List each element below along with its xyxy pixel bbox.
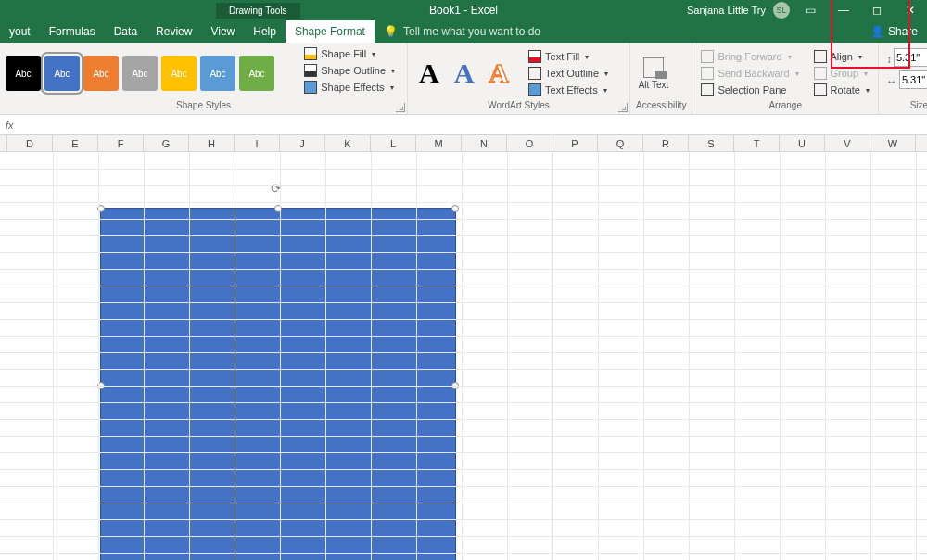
tab-view[interactable]: View — [201, 20, 244, 43]
group-button: Group▾ — [811, 66, 872, 81]
column-header[interactable]: O — [507, 135, 552, 151]
shape-width-input[interactable]: ▲▼ — [899, 70, 927, 89]
column-header[interactable]: T — [734, 135, 780, 151]
column-header[interactable]: E — [53, 135, 98, 151]
tab-help[interactable]: Help — [244, 20, 286, 43]
bring-forward-button: Bring Forward▾ — [698, 49, 801, 64]
text-outline-button[interactable]: Text Outline▾ — [526, 66, 611, 81]
column-headers: DEFGHIJKLMNOPQRSTUVW — [0, 135, 927, 152]
minimize-icon[interactable]: — — [831, 0, 857, 20]
tab-shape-format[interactable]: Shape Format — [286, 20, 375, 43]
shape-style-swatch[interactable]: Abc — [83, 56, 119, 91]
group-label-accessibility: Accessibility — [636, 100, 686, 112]
alt-text-button[interactable]: Alt Text — [636, 57, 671, 90]
text-outline-icon — [528, 67, 541, 80]
person-icon: 👤 — [870, 25, 884, 38]
selection-pane-button[interactable]: Selection Pane — [698, 83, 801, 97]
text-effects-button[interactable]: Text Effects▾ — [526, 83, 611, 97]
document-title: Book1 - Excel — [429, 4, 498, 17]
send-backward-icon — [701, 67, 714, 80]
shape-style-swatch[interactable]: Abc — [44, 56, 80, 91]
text-fill-icon — [528, 50, 541, 63]
column-header[interactable]: D — [7, 135, 53, 151]
cell-grid[interactable]: ⟳ — [0, 152, 927, 560]
column-header[interactable]: P — [552, 135, 598, 151]
user-avatar[interactable]: SL — [773, 2, 790, 19]
lightbulb-icon: 💡 — [384, 25, 398, 38]
tab-data[interactable]: Data — [105, 20, 146, 43]
column-header[interactable]: V — [825, 135, 870, 151]
tab-formulas[interactable]: Formulas — [40, 20, 105, 43]
column-header[interactable]: W — [870, 135, 916, 151]
column-header[interactable]: G — [144, 135, 189, 151]
group-icon — [814, 67, 827, 80]
group-label-shape-styles: Shape Styles — [6, 100, 401, 112]
column-header[interactable] — [0, 135, 7, 151]
bucket-icon — [304, 47, 317, 60]
column-header[interactable]: R — [643, 135, 689, 151]
text-effects-icon — [528, 83, 541, 96]
rotate-handle-icon[interactable]: ⟳ — [271, 181, 286, 196]
ribbon-tabs: yout Formulas Data Review View Help Shap… — [0, 20, 927, 43]
group-label-size: Size — [886, 100, 927, 112]
formula-bar[interactable]: fx — [0, 115, 927, 135]
column-header[interactable]: Q — [598, 135, 643, 151]
alt-text-icon — [643, 57, 664, 78]
wordart-style-1[interactable]: A — [413, 57, 445, 89]
fx-icon[interactable]: fx — [6, 120, 14, 131]
close-icon[interactable]: ✕ — [897, 0, 923, 20]
tell-me-search[interactable]: 💡 Tell me what you want to do — [375, 20, 550, 43]
column-header[interactable]: N — [462, 135, 507, 151]
rotate-icon — [814, 83, 827, 96]
column-header[interactable]: F — [98, 135, 144, 151]
column-header[interactable]: L — [371, 135, 416, 151]
ribbon: AbcAbcAbcAbcAbcAbcAbc Shape Styles Shape… — [0, 43, 927, 115]
align-icon — [814, 50, 827, 63]
height-icon: ↕ — [886, 53, 892, 66]
user-name: Sanjana Little Try — [687, 5, 766, 16]
column-header[interactable]: M — [416, 135, 462, 151]
text-fill-button[interactable]: Text Fill▾ — [526, 49, 611, 64]
send-backward-button: Send Backward▾ — [698, 66, 801, 81]
column-header[interactable]: K — [325, 135, 371, 151]
shape-style-swatch[interactable]: Abc — [200, 56, 235, 91]
width-icon: ↔ — [886, 75, 897, 88]
tab-layout[interactable]: yout — [0, 20, 40, 43]
align-button[interactable]: Align▾ — [811, 49, 872, 64]
column-header[interactable]: H — [189, 135, 235, 151]
group-label-arrange: Arrange — [698, 100, 871, 112]
shape-style-swatch[interactable]: Abc — [239, 56, 274, 91]
wordart-style-3[interactable]: A — [483, 57, 514, 89]
shape-styles-launcher-icon[interactable] — [396, 103, 405, 112]
pen-icon — [304, 64, 317, 77]
selection-pane-icon — [701, 83, 714, 96]
column-header[interactable]: U — [780, 135, 825, 151]
rotate-button[interactable]: Rotate▾ — [811, 83, 872, 97]
column-header[interactable]: S — [689, 135, 734, 151]
contextual-tab-label: Drawing Tools — [216, 3, 300, 19]
shape-height-input[interactable]: ▲▼ — [894, 48, 927, 67]
shape-fill-button[interactable]: Shape Fill▾ — [301, 46, 398, 61]
worksheet[interactable]: DEFGHIJKLMNOPQRSTUVW ⟳ — [0, 135, 927, 560]
shape-style-swatch[interactable]: Abc — [161, 56, 197, 91]
share-button[interactable]: 👤 Share — [861, 20, 927, 43]
column-header[interactable]: I — [235, 135, 280, 151]
column-header[interactable]: J — [280, 135, 325, 151]
tab-review[interactable]: Review — [146, 20, 201, 43]
shape-style-swatch[interactable]: Abc — [122, 56, 158, 91]
shape-effects-button[interactable]: Shape Effects▾ — [301, 80, 398, 95]
wordart-style-2[interactable]: A — [449, 57, 480, 89]
group-label-wordart: WordArt Styles — [413, 100, 624, 112]
title-bar: Drawing Tools Book1 - Excel Sanjana Litt… — [0, 0, 927, 20]
effects-icon — [304, 81, 317, 94]
maximize-icon[interactable]: ◻ — [864, 0, 890, 20]
wordart-launcher-icon[interactable] — [618, 103, 628, 112]
shape-style-swatch[interactable]: Abc — [6, 56, 41, 91]
resize-handle[interactable] — [451, 205, 459, 212]
shape-outline-button[interactable]: Shape Outline▾ — [301, 63, 398, 78]
ribbon-display-icon[interactable]: ▭ — [797, 0, 823, 20]
rectangle-shape[interactable]: ⟳ — [100, 208, 456, 560]
bring-forward-icon — [701, 50, 714, 63]
